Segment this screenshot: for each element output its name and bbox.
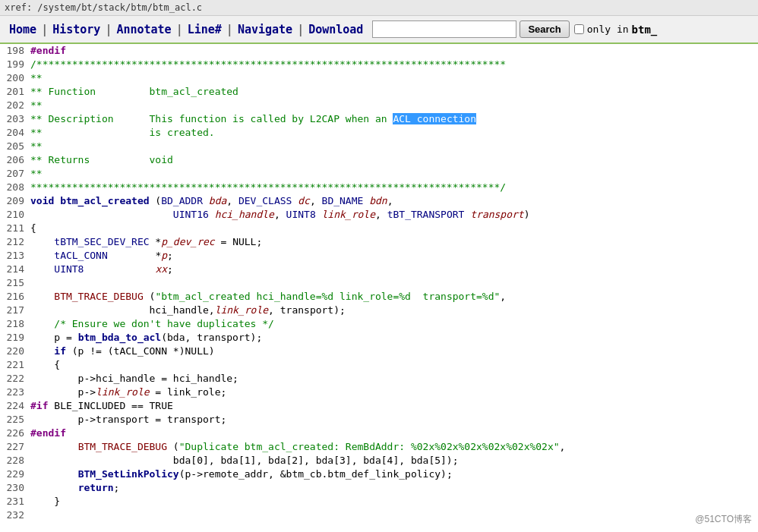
table-row: 227 BTM_TRACE_DEBUG ("Duplicate btm_acl_… [0,440,758,454]
table-row: 228 bda[0], bda[1], bda[2], bda[3], bda[… [0,454,758,467]
nav-home[interactable]: Home [6,21,39,38]
table-row: 219 p = btm_bda_to_acl(bda, transport); [0,331,758,345]
table-row: 204 ** is created. [0,126,758,140]
table-row: 212 tBTM_SEC_DEV_REC *p_dev_rec = NULL; [0,235,758,249]
only-in-bold-text: btm_ [632,24,658,36]
code-area: 198 #endif 199 /************************… [0,44,758,522]
table-row: 226 #endif [0,427,758,440]
table-row: 223 p->link_role = link_role; [0,386,758,399]
table-row: 199 /***********************************… [0,58,758,71]
table-row: 230 return; [0,481,758,495]
table-row: 205 ** [0,140,758,153]
table-row: 200 ** [0,71,758,85]
table-row: 232 [0,508,758,522]
table-row: 215 [0,276,758,290]
table-row: 214 UINT8 xx; [0,263,758,276]
table-row: 209 void btm_acl_created (BD_ADDR bda, D… [0,194,758,208]
nav-sep-5: | [297,23,304,36]
table-row: 231 } [0,495,758,508]
table-row: 229 BTM_SetLinkPolicy(p->remote_addr, &b… [0,467,758,481]
table-row: 213 tACL_CONN *p; [0,249,758,263]
watermark: @51CTO博客 [695,513,752,522]
table-row: 225 p->transport = transport; [0,413,758,427]
nav-lineno[interactable]: Line# [185,21,225,38]
search-button[interactable]: Search [520,20,569,38]
table-row: 224 #if BLE_INCLUDED == TRUE [0,399,758,413]
nav-sep-4: | [226,23,233,36]
breadcrumb: xref: /system/bt/stack/btm/btm_acl.c [0,0,758,16]
table-row: 220 if (p != (tACL_CONN *)NULL) [0,345,758,358]
only-in-label: only in btm_ [574,24,658,36]
nav-sep-1: | [41,23,48,36]
only-in-checkbox[interactable] [574,24,584,34]
nav-sep-3: | [176,23,183,36]
table-row: 217 hci_handle,link_role, transport); [0,304,758,317]
table-row: 198 #endif [0,44,758,58]
only-in-text: only in [587,24,629,35]
nav-annotate[interactable]: Annotate [113,21,174,38]
table-row: 218 /* Ensure we don't have duplicates *… [0,317,758,331]
search-input[interactable] [372,20,516,38]
table-row: 222 p->hci_handle = hci_handle; [0,372,758,386]
nav-navigate[interactable]: Navigate [235,21,295,38]
table-row: 210 UINT16 hci_handle, UINT8 link_role, … [0,208,758,222]
nav-history[interactable]: History [49,21,103,38]
table-row: 207 ** [0,167,758,181]
table-row: 203 ** Description This function is call… [0,112,758,126]
table-row: 206 ** Returns void [0,153,758,167]
table-row: 221 { [0,358,758,372]
nav-sep-2: | [105,23,112,36]
table-row: 208 ************************************… [0,181,758,194]
table-row: 201 ** Function btm_acl_created [0,85,758,99]
table-row: 216 BTM_TRACE_DEBUG ("btm_acl_created hc… [0,290,758,304]
nav-download[interactable]: Download [305,21,366,38]
table-row: 202 ** [0,99,758,112]
table-row: 211 { [0,222,758,235]
nav-bar: Home | History | Annotate | Line# | Navi… [0,16,758,44]
